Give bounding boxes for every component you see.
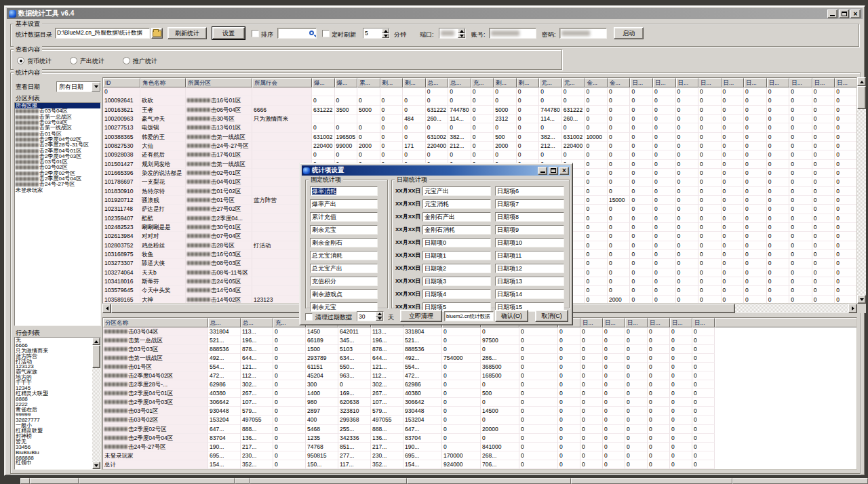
confirm-button[interactable]: 确认(O) bbox=[495, 310, 528, 322]
radio-output-stats[interactable] bbox=[70, 57, 77, 64]
vertical-scrollbar[interactable] bbox=[92, 338, 100, 469]
settings-button[interactable]: 设置 bbox=[212, 27, 245, 39]
column-header[interactable]: 总... bbox=[241, 318, 273, 327]
column-header[interactable]: 金... bbox=[585, 78, 608, 87]
minimize-button[interactable] bbox=[827, 9, 837, 18]
table-row[interactable]: 未登录玩家695...230...0950815277...230...695.… bbox=[103, 451, 856, 460]
column-header[interactable]: 剩... bbox=[494, 78, 517, 87]
partition-list[interactable]: 所有区服击03号04区击第一总战区击03号03区击第一线战区击01号区击2季度0… bbox=[14, 102, 101, 326]
spin-down-button[interactable] bbox=[458, 33, 465, 38]
date-item-field[interactable]: 日期项6 bbox=[495, 186, 564, 196]
clean-days-spinner[interactable]: 30 bbox=[357, 311, 384, 321]
dialog-title-bar[interactable]: 统计项设置 × bbox=[302, 165, 570, 176]
data-name-input[interactable]: bluem2.cn统计数据 bbox=[444, 311, 494, 321]
search-icon[interactable] bbox=[309, 31, 314, 35]
table-row[interactable]: 击2季度04号04区83704136...01235342336136...83… bbox=[103, 434, 856, 443]
column-header[interactable]: 日... bbox=[812, 78, 835, 87]
column-header[interactable]: 角色名称 bbox=[140, 78, 186, 87]
stat-item-field[interactable]: 爆率消耗 bbox=[310, 186, 378, 196]
column-header[interactable]: 金... bbox=[608, 78, 631, 87]
column-header[interactable]: 所属分区 bbox=[186, 78, 252, 87]
spin-up-button[interactable] bbox=[458, 28, 465, 33]
clean-expired-checkbox[interactable] bbox=[305, 313, 313, 321]
column-header[interactable]: 日... bbox=[676, 78, 699, 87]
table-row[interactable]: 击第一总战区521...196...066189345...196...521.… bbox=[103, 336, 856, 345]
table-row[interactable]: 击01号区554...121...061151550...121...554..… bbox=[103, 363, 856, 371]
list-item[interactable]: 未登录玩家 bbox=[15, 187, 100, 193]
date-item-field[interactable]: 金刚石消耗 bbox=[422, 225, 491, 235]
column-header[interactable]: 日... bbox=[692, 318, 715, 327]
column-header[interactable]: 剩... bbox=[517, 78, 540, 87]
column-header[interactable]: 累... bbox=[357, 78, 380, 87]
spin-down-button[interactable] bbox=[376, 317, 383, 321]
partition-summary-table[interactable]: 分区名称总...总...充...剩...剩...元...元...金...金...… bbox=[102, 317, 857, 470]
date-item-field[interactable]: 日期项7 bbox=[495, 199, 564, 209]
scroll-down-button[interactable] bbox=[92, 462, 100, 469]
column-header[interactable]: 爆... bbox=[335, 78, 358, 87]
date-item-field[interactable]: 日期项3 bbox=[422, 277, 491, 286]
column-header[interactable]: 日... bbox=[603, 318, 625, 327]
date-item-field[interactable]: 日期项0 bbox=[422, 238, 491, 247]
spin-down-button[interactable] bbox=[382, 33, 389, 38]
column-header[interactable]: 总... bbox=[448, 78, 471, 87]
table-row[interactable]: 100200963豪气冲天击30号区只为激情而来0484260...114...… bbox=[103, 115, 856, 123]
dir-input[interactable]: D:\BlueM2.cn_跨服数据\统计数据 bbox=[55, 28, 150, 39]
table-row[interactable]: 100163621王者击06号04区6666631222350050000063… bbox=[103, 106, 856, 115]
table-row[interactable]: 击2季度02号区647...888...05468255...888...647… bbox=[103, 425, 856, 434]
stat-item-field[interactable]: 爆率产出 bbox=[310, 199, 378, 209]
scroll-right-button[interactable] bbox=[848, 304, 857, 313]
password-input[interactable] bbox=[559, 28, 607, 39]
scroll-left-button[interactable] bbox=[102, 304, 111, 313]
scroll-up-button[interactable] bbox=[857, 77, 866, 86]
table-row[interactable]: 击2季度04号01区40380267...01400169...267...40… bbox=[103, 389, 856, 398]
column-header[interactable]: 分区名称 bbox=[103, 318, 208, 327]
clean-now-button[interactable]: 立即清理 bbox=[400, 310, 442, 322]
chevron-down-icon[interactable] bbox=[92, 82, 100, 92]
stat-item-field[interactable]: 剩余元宝 bbox=[310, 225, 378, 235]
column-header[interactable]: 总... bbox=[208, 318, 241, 327]
column-header[interactable]: 爆... bbox=[312, 78, 335, 87]
restore-button[interactable] bbox=[839, 9, 849, 18]
date-item-field[interactable]: 日期项12 bbox=[495, 264, 564, 273]
guild-list[interactable]: 无6666只为激情而来蓝方阵营打活动123123霸气家族地方的干干干12345红… bbox=[14, 337, 101, 470]
date-item-field[interactable]: 日期项1 bbox=[422, 251, 491, 260]
scroll-up-button[interactable] bbox=[92, 338, 100, 345]
column-header[interactable]: 日... bbox=[789, 78, 812, 87]
column-header[interactable]: 日... bbox=[698, 78, 722, 87]
table-row[interactable]: 击03号01区930448579...02897323810579...9304… bbox=[103, 407, 856, 416]
column-header[interactable]: 日... bbox=[767, 78, 790, 87]
stat-item-field[interactable]: 充值积分 bbox=[310, 277, 378, 286]
table-row[interactable]: 总计154...352...0150...117...352...154...9… bbox=[103, 460, 856, 469]
start-button[interactable]: 启动 bbox=[614, 27, 644, 39]
date-item-field[interactable]: 日期项8 bbox=[495, 212, 564, 222]
column-header[interactable]: 日... bbox=[835, 78, 857, 87]
column-header[interactable]: 日... bbox=[670, 318, 692, 327]
sort-checkbox[interactable] bbox=[252, 30, 259, 37]
column-header[interactable]: 剩... bbox=[380, 78, 403, 87]
date-item-field[interactable]: 日期项10 bbox=[495, 238, 564, 247]
list-item[interactable]: 击24号-27号区 bbox=[15, 182, 100, 187]
scroll-track[interactable] bbox=[857, 86, 866, 295]
date-item-field[interactable]: 日期项2 bbox=[422, 264, 491, 273]
column-header[interactable]: 剩... bbox=[403, 78, 426, 87]
table-row[interactable]: 击24号-27号区190...217...074768851...217...1… bbox=[103, 443, 856, 451]
table-row[interactable]: 100827530大仙击24号-27号区22040099000200001712… bbox=[103, 142, 856, 150]
radio-currency-stats[interactable] bbox=[17, 57, 24, 64]
table-row[interactable]: 击03号02区153204497055040029936849705515320… bbox=[103, 416, 856, 424]
stat-item-field[interactable]: 总元宝消耗 bbox=[310, 251, 378, 260]
column-header[interactable]: 日... bbox=[580, 318, 603, 327]
stat-item-field[interactable]: 剩余游戏点 bbox=[310, 289, 378, 299]
column-header[interactable]: 总... bbox=[426, 78, 449, 87]
list-item[interactable]: 封神榜 bbox=[15, 434, 100, 439]
stat-item-field[interactable]: 剩余金刚石 bbox=[310, 238, 378, 247]
table-row[interactable]: 100277513电饭锅击13号01区000000000000000000000… bbox=[103, 123, 856, 132]
table-row[interactable]: 00000000000000000000 bbox=[103, 87, 856, 96]
date-item-field[interactable]: 日期项14 bbox=[495, 289, 564, 299]
cancel-button[interactable]: 取消(C) bbox=[535, 310, 568, 322]
timer-checkbox[interactable] bbox=[322, 30, 330, 37]
date-item-field[interactable]: 日期项9 bbox=[495, 225, 564, 235]
column-header[interactable]: 日... bbox=[648, 318, 670, 327]
date-item-field[interactable]: 金刚石产出 bbox=[422, 212, 491, 222]
table-row[interactable]: 击2季度04号03区306642107...0980620638107...30… bbox=[103, 398, 856, 407]
column-header[interactable]: ID bbox=[103, 78, 140, 87]
